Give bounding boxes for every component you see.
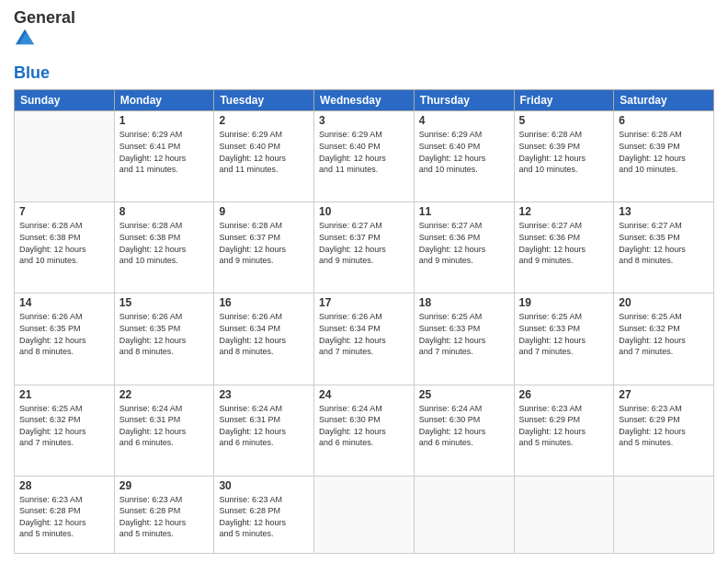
day-number: 14 xyxy=(19,296,109,309)
cell-content: Sunrise: 6:24 AM Sunset: 6:31 PM Dayligh… xyxy=(119,403,210,449)
calendar-cell: 7Sunrise: 6:28 AM Sunset: 6:38 PM Daylig… xyxy=(15,202,115,293)
cell-content: Sunrise: 6:27 AM Sunset: 6:37 PM Dayligh… xyxy=(319,220,409,266)
day-number: 19 xyxy=(519,296,609,309)
cell-content: Sunrise: 6:28 AM Sunset: 6:38 PM Dayligh… xyxy=(19,220,109,266)
day-number: 29 xyxy=(119,479,210,492)
calendar-cell: 16Sunrise: 6:26 AM Sunset: 6:34 PM Dayli… xyxy=(214,293,314,385)
week-row-2: 7Sunrise: 6:28 AM Sunset: 6:38 PM Daylig… xyxy=(15,202,714,293)
calendar-cell: 11Sunrise: 6:27 AM Sunset: 6:36 PM Dayli… xyxy=(414,202,514,293)
calendar-cell: 15Sunrise: 6:26 AM Sunset: 6:35 PM Dayli… xyxy=(114,293,214,385)
day-number: 20 xyxy=(619,296,709,309)
calendar-cell: 25Sunrise: 6:24 AM Sunset: 6:30 PM Dayli… xyxy=(414,385,514,476)
calendar-cell xyxy=(614,476,714,553)
day-number: 10 xyxy=(319,205,409,218)
week-row-5: 28Sunrise: 6:23 AM Sunset: 6:28 PM Dayli… xyxy=(15,476,714,553)
cell-content: Sunrise: 6:25 AM Sunset: 6:33 PM Dayligh… xyxy=(519,311,609,357)
calendar-cell: 14Sunrise: 6:26 AM Sunset: 6:35 PM Dayli… xyxy=(15,293,115,385)
calendar-cell: 27Sunrise: 6:23 AM Sunset: 6:29 PM Dayli… xyxy=(614,385,714,476)
cell-content: Sunrise: 6:26 AM Sunset: 6:35 PM Dayligh… xyxy=(119,311,210,357)
cell-content: Sunrise: 6:26 AM Sunset: 6:34 PM Dayligh… xyxy=(219,311,309,357)
calendar-cell: 23Sunrise: 6:24 AM Sunset: 6:31 PM Dayli… xyxy=(214,385,314,476)
day-number: 28 xyxy=(19,479,109,492)
day-number: 16 xyxy=(219,296,309,309)
calendar-cell: 10Sunrise: 6:27 AM Sunset: 6:37 PM Dayli… xyxy=(314,202,415,293)
day-number: 15 xyxy=(119,296,210,309)
calendar-cell: 1Sunrise: 6:29 AM Sunset: 6:41 PM Daylig… xyxy=(114,111,214,202)
calendar-cell: 24Sunrise: 6:24 AM Sunset: 6:30 PM Dayli… xyxy=(314,385,415,476)
day-number: 11 xyxy=(419,205,509,218)
calendar-cell: 9Sunrise: 6:28 AM Sunset: 6:37 PM Daylig… xyxy=(214,202,314,293)
cell-content: Sunrise: 6:26 AM Sunset: 6:35 PM Dayligh… xyxy=(19,311,109,357)
day-number: 1 xyxy=(119,114,210,127)
calendar: SundayMondayTuesdayWednesdayThursdayFrid… xyxy=(14,89,714,554)
calendar-cell: 20Sunrise: 6:25 AM Sunset: 6:32 PM Dayli… xyxy=(614,293,714,385)
cell-content: Sunrise: 6:27 AM Sunset: 6:35 PM Dayligh… xyxy=(619,220,709,266)
cell-content: Sunrise: 6:23 AM Sunset: 6:28 PM Dayligh… xyxy=(119,494,210,540)
calendar-cell xyxy=(314,476,415,553)
cell-content: Sunrise: 6:23 AM Sunset: 6:29 PM Dayligh… xyxy=(619,403,709,449)
cell-content: Sunrise: 6:24 AM Sunset: 6:30 PM Dayligh… xyxy=(419,403,509,449)
header: General Blue xyxy=(14,9,714,82)
cell-content: Sunrise: 6:28 AM Sunset: 6:39 PM Dayligh… xyxy=(519,129,609,175)
day-number: 26 xyxy=(519,388,609,401)
cell-content: Sunrise: 6:28 AM Sunset: 6:37 PM Dayligh… xyxy=(219,220,309,266)
cell-content: Sunrise: 6:29 AM Sunset: 6:40 PM Dayligh… xyxy=(319,129,409,175)
cell-content: Sunrise: 6:23 AM Sunset: 6:29 PM Dayligh… xyxy=(519,403,609,449)
calendar-cell: 21Sunrise: 6:25 AM Sunset: 6:32 PM Dayli… xyxy=(15,385,115,476)
cell-content: Sunrise: 6:27 AM Sunset: 6:36 PM Dayligh… xyxy=(419,220,509,266)
weekday-header-tuesday: Tuesday xyxy=(214,90,314,111)
day-number: 22 xyxy=(119,388,210,401)
calendar-cell: 19Sunrise: 6:25 AM Sunset: 6:33 PM Dayli… xyxy=(514,293,614,385)
day-number: 12 xyxy=(519,205,609,218)
calendar-cell xyxy=(514,476,614,553)
calendar-cell xyxy=(15,111,115,202)
calendar-cell: 26Sunrise: 6:23 AM Sunset: 6:29 PM Dayli… xyxy=(514,385,614,476)
calendar-cell: 2Sunrise: 6:29 AM Sunset: 6:40 PM Daylig… xyxy=(214,111,314,202)
cell-content: Sunrise: 6:25 AM Sunset: 6:33 PM Dayligh… xyxy=(419,311,509,357)
calendar-cell: 13Sunrise: 6:27 AM Sunset: 6:35 PM Dayli… xyxy=(614,202,714,293)
logo-general-text: General xyxy=(14,9,75,28)
day-number: 27 xyxy=(619,388,709,401)
cell-content: Sunrise: 6:24 AM Sunset: 6:30 PM Dayligh… xyxy=(319,403,409,449)
day-number: 13 xyxy=(619,205,709,218)
week-row-1: 1Sunrise: 6:29 AM Sunset: 6:41 PM Daylig… xyxy=(15,111,714,202)
day-number: 30 xyxy=(219,479,309,492)
calendar-cell xyxy=(414,476,514,553)
weekday-header-wednesday: Wednesday xyxy=(314,90,415,111)
cell-content: Sunrise: 6:28 AM Sunset: 6:39 PM Dayligh… xyxy=(619,129,709,175)
calendar-cell: 18Sunrise: 6:25 AM Sunset: 6:33 PM Dayli… xyxy=(414,293,514,385)
cell-content: Sunrise: 6:23 AM Sunset: 6:28 PM Dayligh… xyxy=(19,494,109,540)
day-number: 8 xyxy=(119,205,210,218)
calendar-cell: 22Sunrise: 6:24 AM Sunset: 6:31 PM Dayli… xyxy=(114,385,214,476)
cell-content: Sunrise: 6:27 AM Sunset: 6:36 PM Dayligh… xyxy=(519,220,609,266)
calendar-cell: 5Sunrise: 6:28 AM Sunset: 6:39 PM Daylig… xyxy=(514,111,614,202)
day-number: 4 xyxy=(419,114,509,127)
day-number: 6 xyxy=(619,114,709,127)
weekday-header-thursday: Thursday xyxy=(414,90,514,111)
day-number: 23 xyxy=(219,388,309,401)
day-number: 18 xyxy=(419,296,509,309)
calendar-cell: 12Sunrise: 6:27 AM Sunset: 6:36 PM Dayli… xyxy=(514,202,614,293)
cell-content: Sunrise: 6:25 AM Sunset: 6:32 PM Dayligh… xyxy=(19,403,109,449)
calendar-cell: 30Sunrise: 6:23 AM Sunset: 6:28 PM Dayli… xyxy=(214,476,314,553)
cell-content: Sunrise: 6:25 AM Sunset: 6:32 PM Dayligh… xyxy=(619,311,709,357)
cell-content: Sunrise: 6:29 AM Sunset: 6:40 PM Dayligh… xyxy=(419,129,509,175)
calendar-cell: 8Sunrise: 6:28 AM Sunset: 6:38 PM Daylig… xyxy=(114,202,214,293)
week-row-4: 21Sunrise: 6:25 AM Sunset: 6:32 PM Dayli… xyxy=(15,385,714,476)
day-number: 3 xyxy=(319,114,409,127)
cell-content: Sunrise: 6:23 AM Sunset: 6:28 PM Dayligh… xyxy=(219,494,309,540)
weekday-header-sunday: Sunday xyxy=(15,90,115,111)
weekday-header-friday: Friday xyxy=(514,90,614,111)
day-number: 25 xyxy=(419,388,509,401)
weekday-header-saturday: Saturday xyxy=(614,90,714,111)
week-row-3: 14Sunrise: 6:26 AM Sunset: 6:35 PM Dayli… xyxy=(15,293,714,385)
calendar-cell: 3Sunrise: 6:29 AM Sunset: 6:40 PM Daylig… xyxy=(314,111,415,202)
logo: General Blue xyxy=(14,9,75,82)
calendar-cell: 29Sunrise: 6:23 AM Sunset: 6:28 PM Dayli… xyxy=(114,476,214,553)
day-number: 17 xyxy=(319,296,409,309)
cell-content: Sunrise: 6:29 AM Sunset: 6:41 PM Dayligh… xyxy=(119,129,210,175)
logo-icon xyxy=(16,28,34,46)
cell-content: Sunrise: 6:29 AM Sunset: 6:40 PM Dayligh… xyxy=(219,129,309,175)
cell-content: Sunrise: 6:28 AM Sunset: 6:38 PM Dayligh… xyxy=(119,220,210,266)
weekday-header-row: SundayMondayTuesdayWednesdayThursdayFrid… xyxy=(15,90,714,111)
